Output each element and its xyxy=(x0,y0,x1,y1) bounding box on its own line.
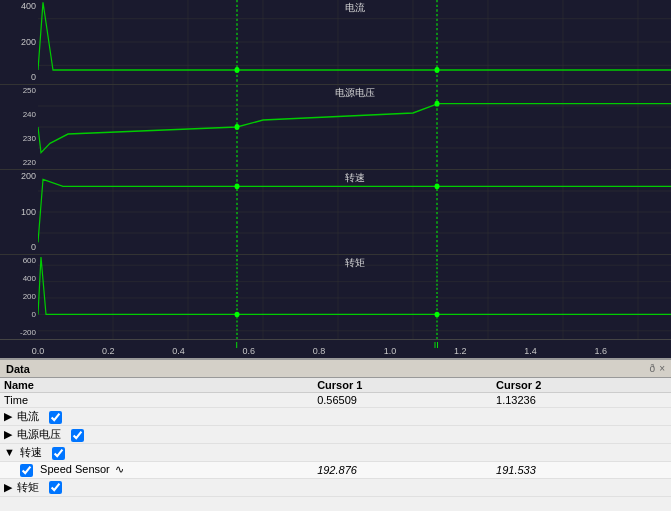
svg-point-44 xyxy=(435,183,440,189)
chart-torque: 600 400 200 0 -200 转矩 xyxy=(0,255,671,340)
table-row: Speed Sensor ∿ 192.876 191.533 xyxy=(0,462,671,479)
row-name-time: Time xyxy=(0,393,313,408)
y-axis-torque: 600 400 200 0 -200 xyxy=(0,255,38,339)
tree-arrow-expand-icon[interactable]: ▼ xyxy=(4,446,15,458)
row-name-voltage: ▶ 电源电压 xyxy=(0,426,313,444)
main-container: 400 200 0 电流 xyxy=(0,0,671,511)
chart-content-speed: 转速 xyxy=(38,170,671,254)
y-label: 0 xyxy=(2,243,36,252)
tree-arrow-icon[interactable]: ▶ xyxy=(4,428,12,440)
y-axis-voltage: 250 240 230 220 xyxy=(0,85,38,169)
chart-content-voltage: 电源电压 xyxy=(38,85,671,169)
col-header-cursor1: Cursor 1 xyxy=(313,378,492,393)
y-label: 100 xyxy=(2,208,36,217)
x-label: 0.4 xyxy=(172,346,185,356)
y-label: 200 xyxy=(2,172,36,181)
close-icon[interactable]: × xyxy=(659,363,665,374)
y-axis-speed: 200 100 0 xyxy=(0,170,38,254)
current-checkbox[interactable] xyxy=(49,411,62,424)
cursor2-x-label: II xyxy=(434,340,439,350)
x-label: 0.2 xyxy=(102,346,115,356)
tree-arrow-icon[interactable]: ▶ xyxy=(4,410,12,422)
y-label: 200 xyxy=(2,293,36,301)
x-axis: 0.0 0.2 0.4 0.6 0.8 1.0 1.2 1.4 1.6 I II xyxy=(0,340,671,358)
speed-checkbox[interactable] xyxy=(52,447,65,460)
data-panel: Data ð × Name Cursor 1 Cursor 2 Time 0.5… xyxy=(0,358,671,511)
table-row: ▶ 电流 xyxy=(0,408,671,426)
y-label: -200 xyxy=(2,329,36,337)
row-name-speed: ▼ 转速 xyxy=(0,444,313,462)
y-label: 230 xyxy=(2,135,36,143)
data-panel-controls: ð × xyxy=(650,363,665,374)
table-row: Time 0.56509 1.13236 xyxy=(0,393,671,408)
chart-content-torque: 转矩 xyxy=(38,255,671,339)
y-label: 200 xyxy=(2,38,36,47)
tree-arrow-icon[interactable]: ▶ xyxy=(4,481,12,493)
svg-point-29 xyxy=(435,101,440,107)
y-label: 250 xyxy=(2,87,36,95)
svg-point-28 xyxy=(235,124,240,130)
y-label: 240 xyxy=(2,111,36,119)
y-label: 600 xyxy=(2,257,36,265)
y-label: 400 xyxy=(2,275,36,283)
x-label: 1.0 xyxy=(384,346,397,356)
svg-point-60 xyxy=(235,312,240,317)
row-cursor2-time: 1.13236 xyxy=(492,393,671,408)
y-label: 400 xyxy=(2,2,36,11)
y-label: 0 xyxy=(2,311,36,319)
chart-title-speed: 转速 xyxy=(345,171,365,185)
row-name-current: ▶ 电流 xyxy=(0,408,313,426)
row-cursor1-time: 0.56509 xyxy=(313,393,492,408)
charts-area: 400 200 0 电流 xyxy=(0,0,671,340)
svg-point-13 xyxy=(235,67,240,73)
speed-sensor-checkbox[interactable] xyxy=(20,464,33,477)
y-label: 0 xyxy=(2,73,36,82)
x-label: 1.4 xyxy=(524,346,537,356)
row-name-speed-sensor: Speed Sensor ∿ xyxy=(0,462,313,479)
chart-title-torque: 转矩 xyxy=(345,256,365,270)
tilde-icon: ∿ xyxy=(115,463,124,475)
chart-current: 400 200 0 电流 xyxy=(0,0,671,85)
chart-title-voltage: 电源电压 xyxy=(335,86,375,100)
chart-speed: 200 100 0 转速 xyxy=(0,170,671,255)
data-table: Name Cursor 1 Cursor 2 Time 0.56509 1.13… xyxy=(0,378,671,497)
chart-voltage: 250 240 230 220 电源电压 xyxy=(0,85,671,170)
svg-point-14 xyxy=(435,67,440,73)
svg-point-43 xyxy=(235,183,240,189)
x-label: 1.6 xyxy=(594,346,607,356)
x-label: 0.0 xyxy=(32,346,45,356)
row-name-torque: ▶ 转矩 xyxy=(0,478,313,496)
data-panel-header: Data ð × xyxy=(0,360,671,378)
chart-content-current: 电流 xyxy=(38,0,671,84)
col-header-name: Name xyxy=(0,378,313,393)
col-header-cursor2: Cursor 2 xyxy=(492,378,671,393)
table-row: ▶ 转矩 xyxy=(0,478,671,496)
y-label: 220 xyxy=(2,159,36,167)
voltage-checkbox[interactable] xyxy=(71,429,84,442)
x-axis-labels: 0.0 0.2 0.4 0.6 0.8 1.0 1.2 1.4 1.6 I II xyxy=(38,340,671,358)
cursor1-x-label: I xyxy=(235,340,238,350)
row-cursor2-speed-sensor: 191.533 xyxy=(492,462,671,479)
chart-title-current: 电流 xyxy=(345,1,365,15)
x-label: 0.6 xyxy=(243,346,256,356)
x-label: 0.8 xyxy=(313,346,326,356)
table-row: ▶ 电源电压 xyxy=(0,426,671,444)
x-label: 1.2 xyxy=(454,346,467,356)
data-panel-title: Data xyxy=(6,363,30,375)
dock-icon[interactable]: ð xyxy=(650,363,656,374)
row-cursor1-speed-sensor: 192.876 xyxy=(313,462,492,479)
table-row: ▼ 转速 xyxy=(0,444,671,462)
y-axis-current: 400 200 0 xyxy=(0,0,38,84)
table-header-row: Name Cursor 1 Cursor 2 xyxy=(0,378,671,393)
svg-point-61 xyxy=(435,312,440,317)
torque-checkbox[interactable] xyxy=(49,481,62,494)
